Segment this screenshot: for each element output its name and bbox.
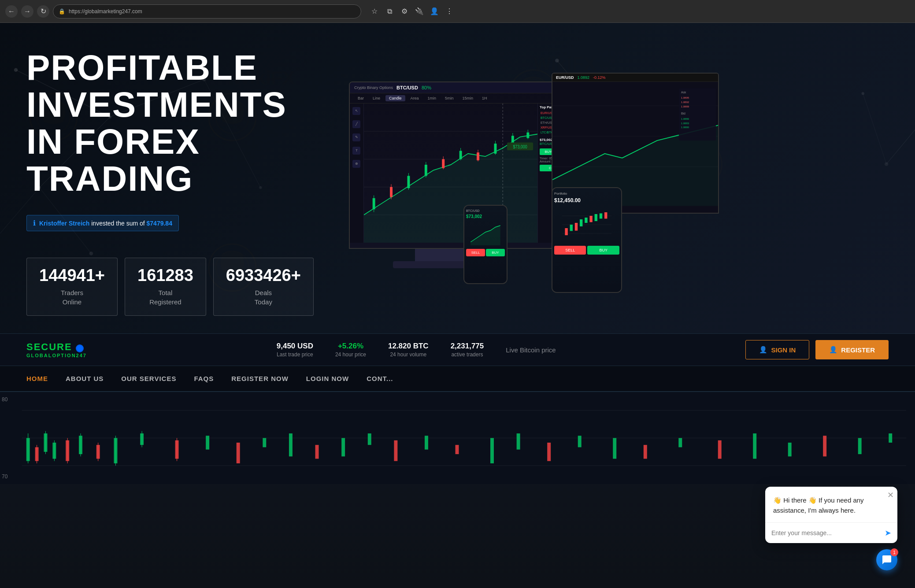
svg-rect-73 [580,219,582,226]
chart-tab-5m[interactable]: 5min [441,95,457,101]
trading-screens: Crypto Binary Options BTC/USD 80% Bar Li… [331,73,889,293]
svg-rect-113 [517,433,520,450]
svg-text:1.0889: 1.0889 [681,105,689,107]
chat-message: 👋 Hi there 👋 If you need any assistance,… [765,487,897,522]
svg-rect-109 [394,440,397,461]
hero-section: WikiFX WikiFX PROFITABLE INVESTMENTS IN … [0,23,915,333]
svg-rect-71 [570,225,573,231]
notification-bar: ℹ Kristoffer Streich invested the sum of… [26,215,179,231]
chat-bubble-button[interactable]: 1 [876,549,897,570]
svg-text:1.0886: 1.0886 [681,117,689,120]
svg-rect-110 [425,436,428,449]
y-label-80: 80 [2,396,7,403]
chart-tabs[interactable]: Bar Line Candle Area 1min 5min 15min 1H [350,93,577,104]
svg-marker-29 [364,134,537,242]
tool-pen[interactable]: ✎ [352,133,360,141]
tool-cursor[interactable]: ↖ [352,107,360,115]
notification-message: invested the sum of [91,220,146,227]
svg-rect-74 [585,218,587,223]
chart-percent: 80% [422,85,431,90]
refresh-button[interactable]: ↻ [37,5,49,18]
nav-login[interactable]: LOGIN NOW [306,366,349,391]
register-label: REGISTER [841,346,875,354]
hero-content: PROFITABLE INVESTMENTS IN FOREX TRADING … [0,23,915,333]
svg-rect-72 [575,223,578,231]
tool-line[interactable]: ╱ [352,120,360,128]
forward-button[interactable]: → [21,5,33,18]
last-trade-value: 9,450 USD [277,342,313,351]
chart-tab-line[interactable]: Line [369,95,384,101]
chat-badge: 1 [890,548,898,556]
profile-button[interactable]: 👤 [428,5,441,18]
ticker-bar: SECURE GLOBALOPTION247 9,450 USD Last tr… [0,333,915,366]
nav-home[interactable]: HOME [26,366,48,391]
tab-button[interactable]: ⧉ [383,5,396,18]
menu-button[interactable]: ⋮ [443,5,456,18]
stats-row: 144941+ TradersOnline 161283 TotalRegist… [26,258,314,316]
sign-in-button[interactable]: 👤 SIGN IN [745,340,809,359]
registered-label: TotalRegistered [137,288,193,307]
svg-rect-75 [589,216,592,222]
chart-tab-area[interactable]: Area [407,95,422,101]
ticker-items: 9,450 USD Last trade price +5.26% 24 hou… [277,342,556,358]
chart-tab-1m[interactable]: 1min [424,95,440,101]
chart-left-tools: ↖ ╱ ✎ T ⊕ [350,104,364,243]
svg-rect-102 [206,436,209,449]
back-button[interactable]: ← [5,5,18,18]
deals-label: DealsToday [226,288,301,307]
svg-text:Ask: Ask [681,91,686,94]
nav-contact[interactable]: CONT... [367,366,393,391]
svg-rect-107 [341,438,345,457]
chat-icon [882,555,892,565]
person-icon: 👤 [759,346,767,354]
phone-left-screen: BTC/USD $73,002 SELL BUY [464,206,507,283]
register-button[interactable]: 👤 REGISTER [815,340,889,359]
phone-right-screen: Portfolio $12,450.00 [552,188,621,292]
svg-rect-112 [490,438,494,463]
active-traders-value: 2,231,775 [451,342,484,351]
lock-icon: 🔒 [59,8,65,15]
ticker-last-trade: 9,450 USD Last trade price [277,342,313,358]
url-bar[interactable]: 🔒 https://globalmarketing247.com [53,4,361,18]
url-text: https://globalmarketing247.com [69,8,142,15]
star-button[interactable]: ☆ [368,5,381,18]
svg-rect-111 [456,445,459,454]
hero-title-line2: INVESTMENTS [26,85,287,124]
svg-rect-114 [547,443,551,461]
svg-text:Bid: Bid [681,111,685,115]
chart-tab-15m[interactable]: 15min [459,95,477,101]
nav-faqs[interactable]: FAQS [194,366,214,391]
chart-tab-candle[interactable]: Candle [385,95,405,101]
stat-box-deals: 6933426+ DealsToday [213,258,314,316]
svg-text:1.0883: 1.0883 [681,122,689,124]
chart-main-area: $73,000 [364,104,537,243]
last-trade-label: Last trade price [277,351,313,358]
extensions-button[interactable]: 🔌 [413,5,426,18]
tool-text[interactable]: T [352,147,360,155]
chat-send-button[interactable]: ➤ [885,528,891,538]
ticker-btc-volume: 12.820 BTC 24 hour volume [388,342,429,358]
chat-input[interactable] [771,529,881,536]
ticker-active-traders: 2,231,775 active traders [451,342,484,358]
svg-rect-117 [644,445,647,459]
nav-services[interactable]: OUR SERVICES [121,366,176,391]
ticker-actions: 👤 SIGN IN 👤 REGISTER [745,340,889,359]
info-icon: ℹ [33,219,36,227]
svg-rect-104 [263,438,266,447]
svg-rect-108 [368,433,371,445]
svg-rect-77 [600,213,602,218]
tool-zoom[interactable]: ⊕ [352,160,360,168]
phone-right: Portfolio $12,450.00 [552,187,622,293]
hero-title-line4: TRADING [26,159,193,198]
chart-tab-bar[interactable]: Bar [354,95,367,101]
chart-tab-1h[interactable]: 1H [478,95,491,101]
settings-button[interactable]: ⚙ [398,5,411,18]
chart-y-labels: 80 70 [0,392,9,484]
hero-left: PROFITABLE INVESTMENTS IN FOREX TRADING … [26,49,314,316]
deals-number: 6933426+ [226,267,301,284]
ticker-live-price: Live Bitcoin price [506,346,556,354]
svg-rect-124 [889,433,892,443]
nav-register[interactable]: REGISTER NOW [231,366,289,391]
btc-volume-value: 12.820 BTC [388,342,429,351]
nav-about[interactable]: ABOUT US [66,366,104,391]
